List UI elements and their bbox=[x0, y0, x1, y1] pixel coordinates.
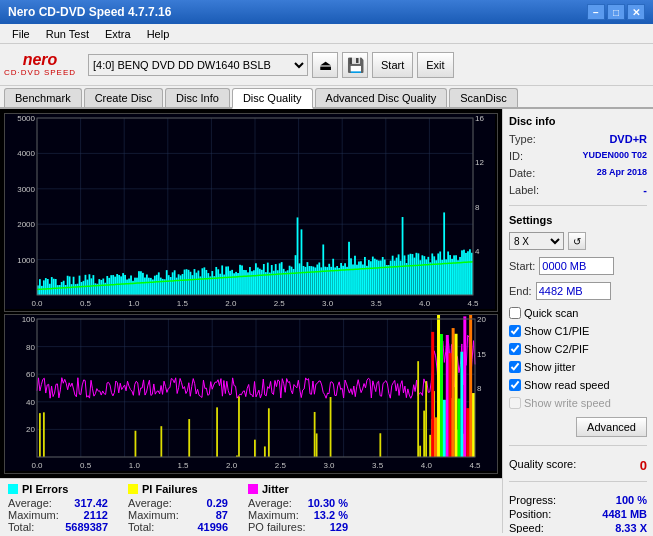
show-c2-row: Show C2/PIF bbox=[509, 343, 647, 355]
jitter-avg-row: Average: 10.30 % bbox=[248, 497, 348, 509]
disc-date-row: Date: 28 Apr 2018 bbox=[509, 167, 647, 179]
menu-file[interactable]: File bbox=[4, 26, 38, 42]
toolbar: nero CD·DVD SPEED [4:0] BENQ DVD DD DW16… bbox=[0, 44, 653, 86]
disc-type-value: DVD+R bbox=[609, 133, 647, 145]
divider3 bbox=[509, 481, 647, 482]
show-write-speed-checkbox[interactable] bbox=[509, 397, 521, 409]
start-button[interactable]: Start bbox=[372, 52, 413, 78]
advanced-button[interactable]: Advanced bbox=[576, 417, 647, 437]
speed-row: Speed: 8.33 X bbox=[509, 522, 647, 533]
quality-score-value: 0 bbox=[640, 458, 647, 473]
menu-extra[interactable]: Extra bbox=[97, 26, 139, 42]
quality-score-row: Quality score: 0 bbox=[509, 458, 647, 473]
pi-errors-total-value: 5689387 bbox=[65, 521, 108, 533]
jitter-chart bbox=[5, 315, 497, 471]
tab-advanced-disc-quality[interactable]: Advanced Disc Quality bbox=[315, 88, 448, 107]
pi-errors-total-label: Total: bbox=[8, 521, 34, 533]
tab-benchmark[interactable]: Benchmark bbox=[4, 88, 82, 107]
pi-errors-max-row: Maximum: 2112 bbox=[8, 509, 108, 521]
minimize-button[interactable]: − bbox=[587, 4, 605, 20]
jitter-max-label: Maximum: bbox=[248, 509, 299, 521]
logo: nero CD·DVD SPEED bbox=[4, 52, 76, 77]
jitter-po-label: PO failures: bbox=[248, 521, 305, 533]
menu-help[interactable]: Help bbox=[139, 26, 178, 42]
tab-disc-info[interactable]: Disc Info bbox=[165, 88, 230, 107]
jitter-avg-value: 10.30 % bbox=[308, 497, 348, 509]
pi-failures-avg-value: 0.29 bbox=[207, 497, 228, 509]
divider2 bbox=[509, 445, 647, 446]
jitter-color-box bbox=[248, 484, 258, 494]
start-mb-row: Start: bbox=[509, 257, 647, 275]
pi-errors-max-label: Maximum: bbox=[8, 509, 59, 521]
speed-select[interactable]: 8 X bbox=[509, 232, 564, 250]
tab-create-disc[interactable]: Create Disc bbox=[84, 88, 163, 107]
pi-failures-max-label: Maximum: bbox=[128, 509, 179, 521]
disc-id-value: YUDEN000 T02 bbox=[582, 150, 647, 162]
menu-run-test[interactable]: Run Test bbox=[38, 26, 97, 42]
pi-failures-color-box bbox=[128, 484, 138, 494]
top-chart bbox=[4, 113, 498, 312]
right-panel: Disc info Type: DVD+R ID: YUDEN000 T02 D… bbox=[502, 109, 653, 533]
save-icon-button[interactable]: 💾 bbox=[342, 52, 368, 78]
disc-id-row: ID: YUDEN000 T02 bbox=[509, 150, 647, 162]
speed-label: Speed: bbox=[509, 522, 544, 533]
disc-label-label: Label: bbox=[509, 184, 539, 196]
show-jitter-checkbox[interactable] bbox=[509, 361, 521, 373]
pi-failures-max-row: Maximum: 87 bbox=[128, 509, 228, 521]
jitter-max-row: Maximum: 13.2 % bbox=[248, 509, 348, 521]
main-content: PI Errors Average: 317.42 Maximum: 2112 … bbox=[0, 109, 653, 533]
logo-sub: CD·DVD SPEED bbox=[4, 68, 76, 77]
show-c1-row: Show C1/PIE bbox=[509, 325, 647, 337]
charts-area bbox=[0, 109, 502, 478]
bottom-chart bbox=[4, 314, 498, 474]
speed-row: 8 X ↺ bbox=[509, 232, 647, 250]
show-c1-label: Show C1/PIE bbox=[524, 325, 589, 337]
end-mb-label: End: bbox=[509, 285, 532, 297]
start-mb-label: Start: bbox=[509, 260, 535, 272]
titlebar-controls: − □ ✕ bbox=[587, 4, 645, 20]
pi-errors-avg-label: Average: bbox=[8, 497, 52, 509]
disc-info-title: Disc info bbox=[509, 115, 647, 127]
jitter-po-row: PO failures: 129 bbox=[248, 521, 348, 533]
tab-disc-quality[interactable]: Disc Quality bbox=[232, 88, 313, 109]
progress-section: Progress: 100 % Position: 4481 MB Speed:… bbox=[509, 494, 647, 533]
pi-errors-stats: PI Errors Average: 317.42 Maximum: 2112 … bbox=[8, 483, 108, 533]
drive-select[interactable]: [4:0] BENQ DVD DD DW1640 BSLB bbox=[88, 54, 308, 76]
show-read-speed-row: Show read speed bbox=[509, 379, 647, 391]
start-mb-input[interactable] bbox=[539, 257, 614, 275]
jitter-header: Jitter bbox=[248, 483, 348, 495]
pi-failures-total-value: 41996 bbox=[197, 521, 228, 533]
settings-refresh-icon[interactable]: ↺ bbox=[568, 232, 586, 250]
tabbar: Benchmark Create Disc Disc Info Disc Qua… bbox=[0, 86, 653, 109]
maximize-button[interactable]: □ bbox=[607, 4, 625, 20]
pi-errors-total-row: Total: 5689387 bbox=[8, 521, 108, 533]
pi-failures-total-label: Total: bbox=[128, 521, 154, 533]
pi-errors-max-value: 2112 bbox=[84, 509, 108, 521]
quick-scan-checkbox[interactable] bbox=[509, 307, 521, 319]
show-read-speed-label: Show read speed bbox=[524, 379, 610, 391]
show-c1-checkbox[interactable] bbox=[509, 325, 521, 337]
progress-row: Progress: 100 % bbox=[509, 494, 647, 506]
quick-scan-row: Quick scan bbox=[509, 307, 647, 319]
end-mb-input[interactable] bbox=[536, 282, 611, 300]
disc-date-value: 28 Apr 2018 bbox=[597, 167, 647, 179]
logo-nero: nero bbox=[23, 52, 58, 68]
exit-button[interactable]: Exit bbox=[417, 52, 453, 78]
show-jitter-label: Show jitter bbox=[524, 361, 575, 373]
pi-failures-max-value: 87 bbox=[216, 509, 228, 521]
show-write-speed-row: Show write speed bbox=[509, 397, 647, 409]
show-read-speed-checkbox[interactable] bbox=[509, 379, 521, 391]
pi-failures-avg-label: Average: bbox=[128, 497, 172, 509]
eject-icon-button[interactable]: ⏏ bbox=[312, 52, 338, 78]
speed-value: 8.33 X bbox=[615, 522, 647, 533]
tab-scandisc[interactable]: ScanDisc bbox=[449, 88, 517, 107]
show-c2-checkbox[interactable] bbox=[509, 343, 521, 355]
pi-failures-label: PI Failures bbox=[142, 483, 198, 495]
pi-errors-color-box bbox=[8, 484, 18, 494]
close-button[interactable]: ✕ bbox=[627, 4, 645, 20]
divider1 bbox=[509, 205, 647, 206]
jitter-label: Jitter bbox=[262, 483, 289, 495]
pi-errors-chart bbox=[5, 114, 495, 309]
titlebar: Nero CD-DVD Speed 4.7.7.16 − □ ✕ bbox=[0, 0, 653, 24]
pi-failures-stats: PI Failures Average: 0.29 Maximum: 87 To… bbox=[128, 483, 228, 533]
